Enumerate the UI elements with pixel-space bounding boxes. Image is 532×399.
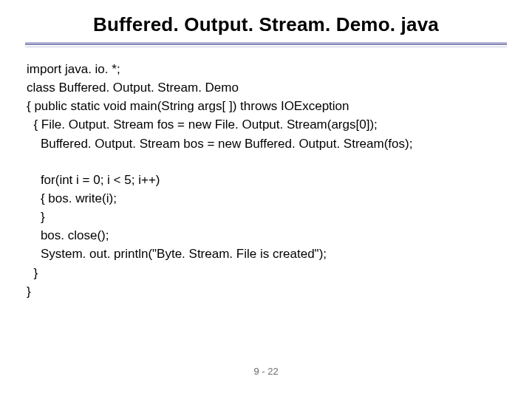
code-line: import java. io. *; xyxy=(27,60,505,78)
code-line: { File. Output. Stream fos = new File. O… xyxy=(27,115,505,134)
page-number: 9 - 22 xyxy=(0,366,532,377)
code-line: { public static void main(String args[ ]… xyxy=(27,97,505,115)
code-line: bos. close(); xyxy=(27,226,505,245)
code-line: for(int i = 0; i < 5; i++) xyxy=(27,171,505,189)
title-underline xyxy=(25,42,507,47)
code-line: Buffered. Output. Stream bos = new Buffe… xyxy=(27,134,505,153)
code-line: } xyxy=(27,264,505,282)
code-block: import java. io. *; class Buffered. Outp… xyxy=(0,60,532,301)
slide-title: Buffered. Output. Stream. Demo. java xyxy=(0,0,532,42)
code-line: } xyxy=(27,208,505,226)
slide: Buffered. Output. Stream. Demo. java imp… xyxy=(0,0,532,399)
blank-line xyxy=(27,153,505,171)
code-line: class Buffered. Output. Stream. Demo xyxy=(27,78,505,97)
code-line: System. out. println("Byte. Stream. File… xyxy=(27,245,505,263)
code-line: } xyxy=(27,282,505,301)
code-line: { bos. write(i); xyxy=(27,189,505,208)
